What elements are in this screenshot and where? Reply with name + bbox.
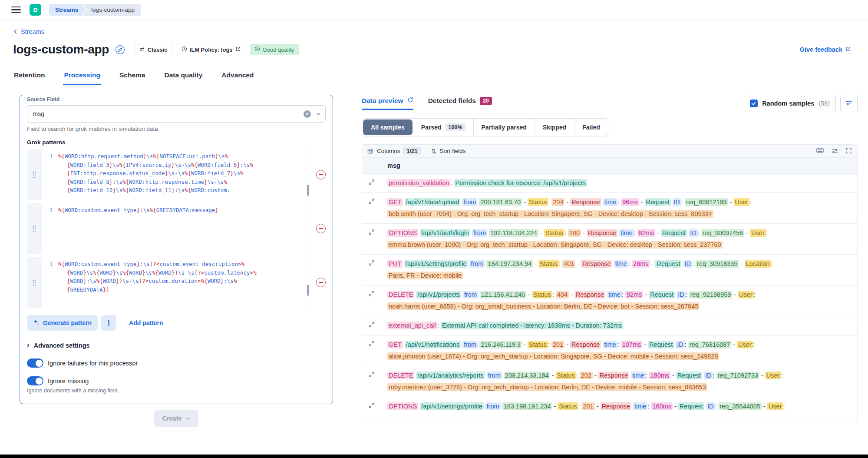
window-edge: [0, 455, 868, 458]
breadcrumb-streams[interactable]: Streams: [49, 4, 86, 16]
chevron-down-icon[interactable]: [316, 112, 321, 116]
display-options-button[interactable]: [832, 148, 838, 154]
generate-pattern-button[interactable]: Generate pattern: [27, 315, 98, 331]
columns-icon: [367, 148, 373, 154]
remove-pattern-button[interactable]: [316, 170, 326, 179]
breadcrumb-current: logs-custom-app: [83, 4, 141, 16]
columns-selector-button[interactable]: Columns 1/21: [367, 147, 421, 155]
tab-data-preview[interactable]: Data preview: [362, 97, 413, 110]
columns-count-badge: 1/21: [403, 147, 420, 155]
table-row: OPTIONS /api/v1/settings/profile from 18…: [362, 397, 857, 416]
expand-row-icon[interactable]: [369, 260, 375, 266]
sample-settings-button[interactable]: [840, 95, 858, 112]
page-title: logs-custom-app: [13, 43, 109, 56]
give-feedback-link[interactable]: Give feedback: [800, 46, 851, 53]
data-preview-column: Data preview Detected fields 20 Random s…: [362, 95, 858, 427]
source-field-value: msg: [33, 110, 304, 117]
filter-skipped[interactable]: Skipped: [535, 119, 574, 136]
log-message-cell: DELETE /api/v1/projects from 121.156.41.…: [381, 285, 762, 316]
clear-field-icon[interactable]: ✕: [304, 110, 311, 118]
log-message-cell: PUT /api/v1/settings/profile from 184.19…: [381, 255, 779, 285]
sliders-icon: [846, 100, 852, 107]
top-navigation-bar: D Streams logs-custom-app: [0, 0, 868, 20]
expand-row-icon[interactable]: [369, 322, 375, 328]
advanced-settings-toggle[interactable]: › Advanced settings: [27, 341, 326, 350]
feedback-label: Give feedback: [800, 46, 842, 53]
grid-toolbar: Columns 1/21 Sort fields: [362, 145, 857, 158]
tab-processing[interactable]: Processing: [63, 67, 101, 85]
ignore-failures-toggle[interactable]: [27, 358, 43, 368]
table-row: external_api_call: External API call com…: [362, 316, 857, 335]
table-row: OPTIONS /api/v1/auth/login from 192.118.…: [362, 224, 857, 255]
filter-all-samples[interactable]: All samples: [363, 119, 413, 135]
drag-handle-icon[interactable]: [27, 203, 42, 254]
checkbox-checked-icon[interactable]: [750, 100, 758, 107]
keyboard-shortcuts-button[interactable]: [816, 148, 824, 154]
breadcrumb: Streams logs-custom-app: [49, 4, 141, 16]
filter-failed[interactable]: Failed: [574, 119, 607, 136]
expand-row-icon[interactable]: [369, 291, 375, 297]
editor-scrollbar-thumb[interactable]: [307, 285, 309, 296]
tab-retention[interactable]: Retention: [13, 67, 46, 85]
parsed-percentage-badge: 100%: [446, 123, 465, 131]
add-pattern-button[interactable]: Add pattern: [129, 319, 163, 326]
create-button[interactable]: Create: [154, 410, 198, 427]
table-row: GET /api/v1/notifications from 216.246.1…: [362, 335, 857, 366]
grok-pattern-input[interactable]: 1%{WORD:custom.event_type}:\s%{GREEDYDAT…: [42, 203, 310, 254]
remove-pattern-button[interactable]: [316, 278, 326, 287]
expand-row-icon[interactable]: [369, 372, 375, 378]
expand-row-icon[interactable]: [369, 229, 375, 235]
edit-title-icon[interactable]: [115, 45, 125, 55]
filter-partially-parsed[interactable]: Partially parsed: [473, 119, 535, 136]
source-field-input[interactable]: msg ✕: [27, 105, 326, 123]
log-message-cell: OPTIONS /api/v1/settings/profile from 18…: [381, 397, 791, 416]
expand-row-icon[interactable]: [369, 341, 375, 347]
expand-row-icon[interactable]: [369, 198, 375, 204]
tab-data-quality[interactable]: Data quality: [163, 67, 203, 85]
chevron-down-icon: [186, 416, 191, 421]
log-message-cell: DELETE /api/v1/analytics/reports from 20…: [381, 366, 789, 397]
sparkles-icon: [33, 319, 40, 327]
grok-pattern-row: 1%{WORD:http.request.method}\s%{NOTSPACE…: [27, 149, 326, 200]
ilm-policy-badge[interactable]: ILM Policy: logs: [177, 44, 245, 55]
grok-processor-panel: Source Field msg ✕ Field to search for g…: [20, 95, 333, 404]
chevron-left-icon: [13, 28, 18, 35]
quality-badge: Good quality: [250, 44, 299, 55]
sort-fields-button[interactable]: Sort fields: [431, 148, 466, 154]
classic-badge: Classic: [135, 44, 172, 55]
log-message-cell: permission_validation: Permission check …: [381, 174, 593, 192]
tab-advanced[interactable]: Advanced: [221, 67, 254, 85]
expand-row-icon[interactable]: [369, 402, 375, 408]
remove-pattern-button[interactable]: [316, 224, 326, 233]
table-row: DELETE /api/v1/projects from 121.156.41.…: [362, 285, 857, 316]
msg-column-header[interactable]: msg: [381, 158, 406, 173]
kebab-icon: ⋮: [105, 319, 112, 327]
tab-schema[interactable]: Schema: [119, 67, 146, 85]
editor-scrollbar-thumb[interactable]: [307, 185, 309, 196]
app-window: D Streams logs-custom-app Streams logs-c…: [0, 0, 868, 458]
grok-pattern-input[interactable]: 1%{WORD:custom.event_type}:\s(?<custom.e…: [42, 257, 310, 308]
menu-icon[interactable]: [11, 7, 21, 13]
grok-pattern-editors: 1%{WORD:http.request.method}\s%{NOTSPACE…: [27, 149, 326, 308]
preview-data-grid: Columns 1/21 Sort fields msg: [362, 144, 858, 422]
tab-detected-fields[interactable]: Detected fields 20: [428, 97, 492, 110]
swap-arrows-icon: [139, 46, 145, 53]
expand-row-icon[interactable]: [369, 179, 375, 185]
grok-pattern-input[interactable]: 1%{WORD:http.request.method}\s%{NOTSPACE…: [42, 149, 310, 200]
back-to-streams-link[interactable]: Streams: [13, 28, 44, 35]
fullscreen-button[interactable]: [846, 148, 852, 154]
external-link-icon: [845, 46, 851, 53]
ignore-missing-label: Ignore missing: [48, 378, 89, 385]
space-avatar[interactable]: D: [30, 4, 41, 16]
drag-handle-icon[interactable]: [27, 149, 42, 200]
table-row: permission_validation: Permission check …: [362, 174, 857, 193]
refresh-icon[interactable]: [407, 97, 413, 105]
drag-handle-icon[interactable]: [27, 257, 42, 308]
grok-pattern-row: 1%{WORD:custom.event_type}:\s(?<custom.e…: [27, 257, 326, 308]
filter-parsed[interactable]: Parsed 100%: [413, 119, 473, 136]
more-options-button[interactable]: ⋮: [101, 315, 116, 331]
detected-fields-count-badge: 20: [480, 97, 492, 105]
check-circle-icon: [254, 46, 260, 53]
random-samples-checkbox[interactable]: Random samples (58): [744, 95, 836, 112]
ignore-missing-toggle[interactable]: [27, 376, 43, 385]
